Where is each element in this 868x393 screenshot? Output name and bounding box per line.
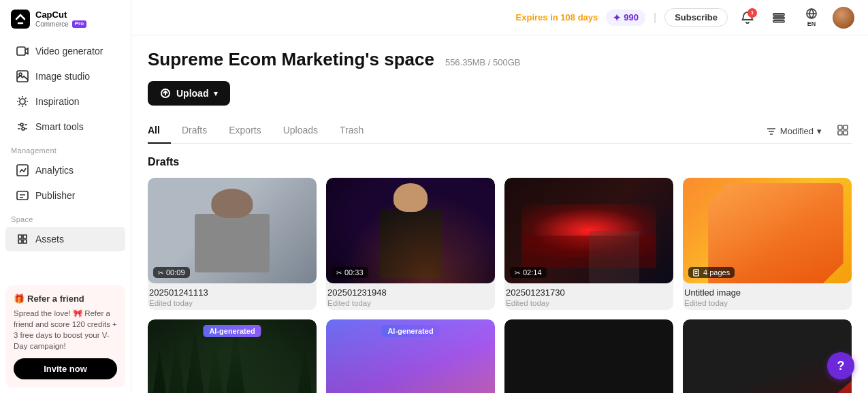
sidebar-item-label: Smart tools	[35, 121, 84, 132]
media-grid: ✂ 00:09 202501241113 Edited today	[148, 178, 852, 393]
svg-rect-17	[694, 269, 698, 275]
content-area: Supreme Ecom Marketing's space 556.35MB …	[131, 35, 868, 393]
notification-button[interactable]: 1	[736, 6, 759, 29]
publisher-icon	[16, 189, 29, 202]
sidebar-item-analytics[interactable]: Analytics	[5, 158, 125, 183]
inspiration-icon	[16, 95, 29, 108]
refer-desc: Spread the love! 🎀 Refer a friend and sc…	[14, 308, 117, 351]
sidebar-item-smart-tools[interactable]: Smart tools	[5, 114, 125, 139]
grid-view-button[interactable]	[834, 121, 852, 142]
svg-point-5	[22, 127, 25, 130]
credits-diamond-icon: ✦	[613, 12, 621, 23]
app-logo[interactable]: CapCut Commerce Pro	[0, 0, 131, 35]
storage-info: 556.35MB / 500GB	[445, 57, 521, 67]
svg-point-4	[20, 123, 23, 126]
sidebar-item-image-studio[interactable]: Image studio	[5, 64, 125, 89]
media-date-2: Edited today	[327, 299, 494, 307]
media-card-4[interactable]: 4 pages Untitled image Edited today	[683, 178, 852, 310]
sort-chevron-icon: ▾	[817, 126, 822, 136]
logo-icon	[11, 10, 30, 29]
media-card-2[interactable]: ✂ 00:33 202501231948 Edited today	[326, 178, 495, 310]
main-nav: Video generator Image studio Inspirati	[0, 35, 131, 255]
pro-badge: Pro	[72, 20, 86, 28]
media-card-3[interactable]: ✂ 02:14 202501231730 Edited today	[504, 178, 673, 310]
main-content: Expires in 108 days ✦ 990 | Subscribe 1	[131, 0, 868, 393]
svg-point-3	[20, 99, 25, 104]
video-icon	[16, 45, 29, 57]
media-info-2: 202501231948 Edited today	[326, 283, 495, 310]
ai-badge: AI-generated	[381, 325, 439, 337]
content-tabs: All Drafts Exports Uploads Trash Modifie…	[148, 119, 852, 144]
media-card-6[interactable]: AI-generated	[326, 319, 495, 393]
duration-badge: ✂ 00:09	[153, 267, 190, 278]
upload-chevron-icon: ▾	[214, 89, 218, 98]
media-name-4: Untitled image	[684, 287, 850, 298]
avatar[interactable]	[833, 7, 854, 29]
svg-rect-10	[773, 20, 784, 22]
sidebar-item-assets[interactable]: Assets	[5, 227, 125, 251]
svg-rect-15	[838, 131, 842, 135]
sidebar-item-publisher[interactable]: Publisher	[5, 183, 125, 208]
management-section-label: Management	[0, 140, 131, 157]
media-thumb-6: AI-generated	[326, 319, 495, 393]
media-name-1: 202501241113	[149, 287, 315, 298]
media-thumb-7	[504, 319, 673, 393]
svg-rect-13	[838, 125, 842, 129]
media-thumb-8	[683, 319, 852, 393]
tab-exports[interactable]: Exports	[218, 119, 272, 144]
media-info-1: 202501241113 Edited today	[148, 283, 317, 310]
media-thumb-2: ✂ 00:33	[326, 178, 495, 283]
pages-badge: 4 pages	[688, 267, 735, 278]
analytics-icon	[16, 164, 29, 176]
invite-now-button[interactable]: Invite now	[14, 358, 117, 379]
sidebar-item-label: Publisher	[35, 190, 75, 201]
tab-drafts[interactable]: Drafts	[171, 119, 218, 144]
duration-label: 00:09	[166, 268, 185, 277]
space-header: Supreme Ecom Marketing's space 556.35MB …	[148, 49, 852, 70]
credits-value: 990	[624, 12, 639, 22]
sidebar-item-label: Video generator	[35, 46, 103, 57]
subscribe-button[interactable]: Subscribe	[664, 8, 728, 27]
media-card-1[interactable]: ✂ 00:09 202501241113 Edited today	[148, 178, 317, 310]
upload-button[interactable]: Upload ▾	[148, 81, 230, 106]
sort-button[interactable]: Modified ▾	[760, 123, 827, 140]
media-thumb-4: 4 pages	[683, 178, 852, 283]
duration-badge: ✂ 00:33	[332, 267, 368, 278]
drafts-section-label: Drafts	[148, 156, 852, 168]
credits-badge: ✦ 990	[606, 10, 645, 26]
media-card-5[interactable]: AI-generated	[148, 319, 317, 393]
lang-label: EN	[807, 20, 816, 27]
media-thumb-1: ✂ 00:09	[148, 178, 317, 283]
refer-card: 🎁 Refer a friend Spread the love! 🎀 Refe…	[5, 285, 125, 388]
help-button[interactable]: ?	[827, 352, 854, 379]
tab-all[interactable]: All	[148, 119, 171, 144]
duration-badge: ✂ 02:14	[510, 267, 547, 278]
logo-text: CapCut Commerce Pro	[35, 10, 86, 27]
media-info-3: 202501231730 Edited today	[504, 283, 673, 310]
svg-rect-16	[843, 131, 848, 135]
space-section-label: Space	[0, 208, 131, 226]
svg-rect-9	[773, 17, 784, 19]
tools-icon	[16, 121, 29, 133]
svg-rect-14	[843, 125, 848, 129]
media-thumb-5: AI-generated	[148, 319, 317, 393]
sidebar-item-video-generator[interactable]: Video generator	[5, 39, 125, 63]
media-card-8[interactable]	[683, 319, 852, 393]
media-date-1: Edited today	[149, 299, 315, 307]
header: Expires in 108 days ✦ 990 | Subscribe 1	[131, 0, 868, 35]
language-button[interactable]: EN	[799, 6, 824, 29]
expires-text: Expires in 108 days	[516, 12, 598, 22]
tab-uploads[interactable]: Uploads	[272, 119, 329, 144]
sidebar-item-label: Image studio	[35, 71, 90, 82]
media-card-7[interactable]	[504, 319, 673, 393]
sidebar-item-label: Inspiration	[35, 96, 80, 107]
layout-button[interactable]	[767, 6, 790, 29]
sidebar-item-inspiration[interactable]: Inspiration	[5, 89, 125, 114]
ai-badge: AI-generated	[203, 325, 261, 337]
upload-label: Upload	[176, 88, 208, 99]
space-title: Supreme Ecom Marketing's space	[148, 49, 434, 70]
image-icon	[16, 70, 29, 82]
tab-trash[interactable]: Trash	[329, 119, 374, 144]
svg-rect-8	[773, 14, 784, 16]
media-name-2: 202501231948	[327, 287, 494, 298]
